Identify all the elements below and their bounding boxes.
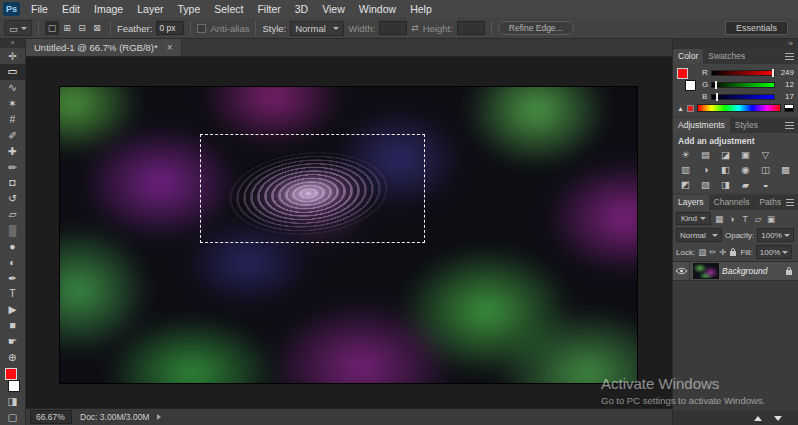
red-slider-thumb[interactable] [772, 69, 774, 77]
vibrance-icon[interactable]: ▽ [757, 148, 774, 160]
eraser-tool[interactable]: ▱ [0, 207, 25, 223]
dodge-tool[interactable]: ◐ [0, 254, 25, 270]
toolbar-collapse-button[interactable]: » [0, 39, 25, 48]
zoom-level-field[interactable]: 66.67% [30, 410, 72, 424]
hue-saturation-icon[interactable]: ▥ [677, 163, 694, 175]
status-options-arrow-icon[interactable] [157, 414, 161, 420]
tab-color[interactable]: Color [673, 49, 703, 64]
document-canvas[interactable] [60, 87, 637, 383]
menu-help[interactable]: Help [403, 1, 439, 17]
pen-tool[interactable]: ✒ [0, 270, 25, 286]
black-white-ramp[interactable] [784, 104, 794, 112]
background-color-swatch[interactable] [8, 380, 20, 392]
channel-mixer-icon[interactable]: ◫ [757, 163, 774, 175]
tab-channels[interactable]: Channels [709, 195, 755, 210]
color-spectrum-ramp[interactable] [697, 104, 781, 112]
menu-image[interactable]: Image [87, 1, 130, 17]
background-color-swatch[interactable] [685, 80, 696, 91]
levels-icon[interactable]: ▤ [697, 148, 714, 160]
color-balance-icon[interactable]: ◑ [697, 163, 714, 175]
green-value[interactable]: 12 [778, 80, 794, 89]
menu-layer[interactable]: Layer [130, 1, 170, 17]
add-to-selection-button[interactable]: ⊞ [60, 21, 74, 35]
blur-tool[interactable]: ● [0, 238, 25, 254]
type-layer-filter-icon[interactable]: T [740, 214, 750, 224]
layer-thumbnail[interactable] [694, 264, 718, 278]
swap-width-height-icon[interactable]: ⇄ [411, 23, 419, 33]
hand-tool[interactable]: ☛ [0, 333, 25, 349]
menu-file[interactable]: File [24, 1, 55, 17]
new-selection-button[interactable]: ▢ [45, 21, 59, 35]
blue-slider-thumb[interactable] [716, 93, 718, 101]
menu-select[interactable]: Select [207, 1, 250, 17]
tool-preset-dropdown[interactable]: ▭ [4, 20, 32, 36]
subtract-from-selection-button[interactable]: ⊟ [75, 21, 89, 35]
foreground-color-swatch[interactable] [5, 368, 17, 380]
zoom-tool[interactable]: ⊕ [0, 349, 25, 365]
height-input[interactable] [457, 21, 485, 35]
selective-color-icon[interactable]: ◒ [757, 178, 774, 190]
clone-stamp-tool[interactable]: ◘ [0, 175, 25, 191]
fill-select[interactable]: 100% [756, 245, 792, 259]
close-icon[interactable]: × [167, 42, 173, 53]
tab-swatches[interactable]: Swatches [703, 49, 750, 64]
black-white-icon[interactable]: ◧ [717, 163, 734, 175]
eyedropper-tool[interactable]: ✐ [0, 127, 25, 143]
menu-filter[interactable]: Filter [250, 1, 287, 17]
pixel-layer-filter-icon[interactable]: ▦ [714, 214, 724, 224]
lock-transparency-icon[interactable]: ▨ [698, 247, 706, 257]
gradient-tool[interactable]: ▒ [0, 222, 25, 238]
blue-value[interactable]: 17 [778, 92, 794, 101]
layer-row-background[interactable]: Background [673, 262, 798, 281]
tab-styles[interactable]: Styles [730, 118, 763, 133]
path-selection-tool[interactable]: ▶ [0, 302, 25, 318]
brush-tool[interactable]: ✏ [0, 159, 25, 175]
red-value[interactable]: 249 [778, 68, 794, 77]
scroll-down-icon[interactable] [774, 416, 782, 421]
adjustment-layer-filter-icon[interactable]: ◑ [727, 214, 737, 224]
menu-3d[interactable]: 3D [288, 1, 315, 17]
screen-mode-button[interactable]: ▢ [0, 409, 25, 425]
refine-edge-button[interactable]: Refine Edge... [498, 21, 574, 35]
opacity-select[interactable]: 100% [757, 228, 793, 242]
style-select[interactable]: Normal [290, 21, 344, 36]
history-brush-tool[interactable]: ↺ [0, 191, 25, 207]
exposure-icon[interactable]: ▣ [737, 148, 754, 160]
tab-paths[interactable]: Paths [754, 195, 786, 210]
red-slider[interactable] [711, 70, 775, 76]
rectangular-marquee-tool[interactable]: ▭ [0, 64, 25, 80]
quick-mask-button[interactable]: ◨ [0, 393, 25, 409]
tab-layers[interactable]: Layers [673, 195, 709, 210]
gradient-map-icon[interactable]: ▰ [737, 178, 754, 190]
dock-collapse-button[interactable]: » [673, 39, 798, 49]
move-tool[interactable]: ✛ [0, 48, 25, 64]
posterize-icon[interactable]: ▨ [697, 178, 714, 190]
anti-alias-checkbox[interactable] [197, 24, 206, 33]
shape-layer-filter-icon[interactable]: ▱ [753, 214, 763, 224]
invert-icon[interactable]: ◩ [677, 178, 694, 190]
color-lookup-icon[interactable]: ▩ [777, 163, 794, 175]
smart-object-filter-icon[interactable]: ▣ [766, 214, 776, 224]
layer-filter-kind-select[interactable]: Kind [676, 212, 711, 225]
brightness-contrast-icon[interactable]: ☀ [677, 148, 694, 160]
photo-filter-icon[interactable]: ◉ [737, 163, 754, 175]
workspace-switcher[interactable]: Essentials [725, 21, 788, 35]
menu-window[interactable]: Window [352, 1, 403, 17]
shape-tool[interactable]: ■ [0, 318, 25, 334]
menu-view[interactable]: View [315, 1, 352, 17]
foreground-color-swatch[interactable] [677, 68, 688, 79]
lasso-tool[interactable]: ∿ [0, 80, 25, 96]
width-input[interactable] [379, 21, 407, 35]
document-tab[interactable]: Untitled-1 @ 66.7% (RGB/8)* × [26, 39, 182, 56]
scroll-up-icon[interactable] [754, 416, 762, 421]
feather-input[interactable] [156, 21, 184, 35]
threshold-icon[interactable]: ◨ [717, 178, 734, 190]
green-slider-thumb[interactable] [715, 81, 717, 89]
crop-tool[interactable]: # [0, 111, 25, 127]
lock-all-icon[interactable] [729, 247, 737, 257]
gamut-swatch[interactable] [687, 105, 694, 112]
panel-menu-icon[interactable] [785, 122, 794, 129]
lock-pixels-icon[interactable]: ✏ [709, 247, 716, 257]
green-slider[interactable] [711, 82, 775, 88]
lock-position-icon[interactable]: ✛ [719, 247, 726, 257]
